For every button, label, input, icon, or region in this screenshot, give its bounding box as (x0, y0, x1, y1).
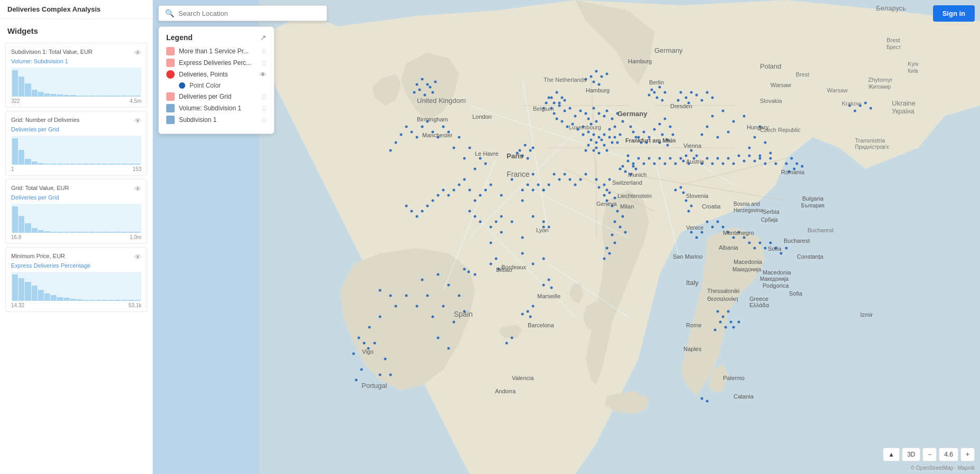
legend-expand-icon[interactable]: ↗ (260, 33, 267, 42)
svg-point-188 (677, 99, 680, 102)
svg-text:France: France (507, 170, 530, 178)
svg-point-311 (506, 342, 508, 345)
legend-item-express-deliveries: Express Deliveries Perc... 👁̸ (166, 59, 267, 67)
chart-bar (12, 70, 18, 97)
svg-point-261 (659, 157, 661, 160)
svg-point-276 (696, 155, 698, 157)
legend-eye-hidden[interactable]: 👁̸ (262, 105, 267, 112)
svg-point-133 (395, 305, 397, 308)
svg-point-60 (611, 141, 614, 144)
svg-point-57 (585, 149, 587, 152)
legend-eye-hidden[interactable]: 👁̸ (262, 93, 267, 101)
svg-point-35 (598, 136, 601, 139)
svg-text:Bucharest: Bucharest (807, 227, 834, 233)
chart-bar (44, 293, 50, 301)
svg-point-111 (532, 215, 535, 218)
svg-point-20 (587, 118, 590, 120)
svg-point-338 (701, 231, 703, 234)
svg-point-359 (416, 83, 418, 86)
svg-point-292 (738, 321, 740, 324)
svg-point-322 (706, 221, 709, 223)
svg-point-343 (796, 163, 798, 165)
svg-point-352 (421, 78, 424, 81)
svg-point-223 (479, 194, 482, 197)
svg-point-294 (474, 273, 477, 276)
svg-point-332 (759, 242, 762, 244)
3d-button[interactable]: 3D (902, 448, 920, 461)
widget-visibility-toggle[interactable]: 👁 (134, 185, 141, 193)
legend-item-icon (166, 47, 175, 55)
chart-bar (115, 300, 121, 301)
chart-bar (57, 297, 63, 301)
svg-point-63 (619, 134, 622, 136)
svg-point-295 (463, 268, 466, 271)
signin-button[interactable]: Sign in (933, 5, 975, 22)
chart-bar (32, 162, 37, 165)
svg-point-204 (484, 163, 487, 165)
svg-text:Valencia: Valencia (512, 375, 534, 381)
svg-point-161 (717, 136, 719, 139)
legend-item-row: Express Deliveries Perc... 👁̸ (166, 59, 267, 67)
svg-point-319 (685, 200, 688, 202)
svg-point-114 (500, 231, 503, 234)
chart-range-min: 1 (11, 166, 14, 172)
svg-point-21 (598, 112, 601, 115)
svg-point-327 (732, 236, 735, 239)
svg-text:Venice: Venice (686, 224, 703, 231)
chart-bar (109, 300, 115, 301)
svg-point-331 (754, 247, 756, 250)
svg-point-340 (690, 231, 693, 234)
chart-bar (135, 232, 140, 233)
chart-bar (70, 95, 76, 97)
svg-point-304 (632, 131, 635, 134)
chart-bar (89, 164, 95, 165)
chart-bar (128, 96, 134, 97)
chart-bar (102, 164, 108, 165)
legend-eye-hidden[interactable]: 👁̸ (262, 59, 267, 67)
widget-card-3: Minimum Price, EUR 👁 Express Deliveries … (5, 247, 147, 312)
chart-bar (51, 94, 56, 97)
search-input[interactable] (178, 10, 320, 17)
map-controls: ▲ 3D − 4.6 + (883, 448, 975, 461)
legend-sub-item-point-color: Point Color (179, 82, 267, 89)
widget-visibility-toggle[interactable]: 👁 (134, 117, 141, 125)
legend-eye-hidden[interactable]: 👁̸ (262, 48, 267, 55)
chart-bar (135, 164, 140, 165)
svg-point-226 (463, 178, 466, 181)
svg-point-120 (421, 279, 424, 281)
svg-point-246 (564, 173, 566, 176)
zoom-in-button[interactable]: + (960, 448, 975, 461)
svg-point-132 (405, 295, 408, 297)
chart-bar (32, 286, 37, 301)
svg-point-254 (532, 189, 535, 192)
svg-text:Zhytomyr: Zhytomyr (868, 77, 892, 83)
legend-eye-hidden[interactable]: 👁̸ (262, 116, 267, 124)
svg-point-75 (656, 97, 659, 99)
legend-item-row: Deliveries per Grid 👁̸ (166, 92, 267, 101)
svg-point-182 (672, 134, 674, 136)
svg-point-163 (706, 126, 709, 128)
svg-point-237 (405, 205, 408, 207)
map-area[interactable]: Poland Germany Czech Republic Slovakia W… (153, 0, 980, 474)
svg-point-219 (395, 141, 397, 144)
svg-point-238 (500, 215, 503, 218)
terrain-button[interactable]: ▲ (883, 448, 900, 461)
svg-point-131 (416, 305, 418, 308)
svg-text:Брест: Брест (887, 44, 901, 50)
svg-point-263 (669, 157, 672, 160)
svg-point-218 (400, 134, 403, 136)
svg-text:Marseille: Marseille (537, 293, 560, 299)
chart-bar (64, 232, 70, 233)
widget-visibility-toggle[interactable]: 👁 (134, 253, 141, 261)
legend-eye-visible[interactable]: 👁 (260, 71, 267, 79)
chart-bar (109, 96, 115, 97)
svg-text:Hungary: Hungary (747, 124, 769, 130)
svg-text:Brest: Brest (887, 37, 900, 43)
widget-visibility-toggle[interactable]: 👁 (134, 49, 141, 57)
svg-point-222 (484, 189, 487, 192)
chart-range-max: 153 (132, 166, 141, 172)
svg-point-24 (603, 115, 606, 118)
svg-point-287 (719, 321, 722, 324)
zoom-out-button[interactable]: − (922, 448, 937, 461)
svg-point-144 (360, 368, 363, 371)
